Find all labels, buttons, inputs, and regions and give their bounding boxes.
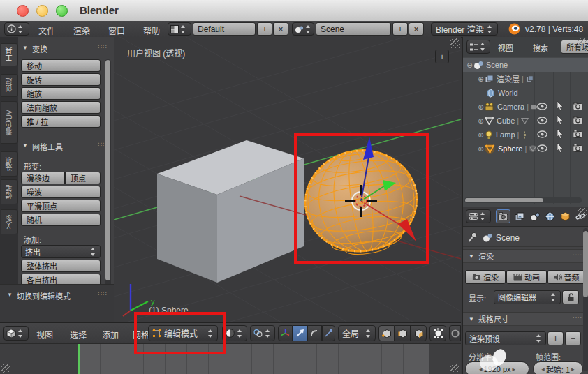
tab-create[interactable]: 创建 bbox=[1, 74, 18, 97]
switch-edit-mode-panel-header[interactable]: ▼ 切换到编辑模式 ∷∷ bbox=[7, 290, 108, 301]
titlebar[interactable]: Blender bbox=[0, 0, 588, 22]
extrude-region-button[interactable]: 整体挤出 bbox=[21, 260, 101, 272]
add-layout-button[interactable]: + bbox=[257, 22, 272, 36]
outliner-row-camera[interactable]: ⊕ Camera | bbox=[463, 100, 588, 114]
outliner-menu-search[interactable]: 搜索 bbox=[533, 42, 548, 53]
outliner-row-sphere[interactable]: ⊕ Sphere | bbox=[463, 142, 588, 156]
area-resize-corner[interactable] bbox=[578, 38, 587, 47]
render-toggle-camera-icon-camera[interactable] bbox=[573, 102, 583, 110]
editor-type-dropdown-info[interactable] bbox=[4, 22, 29, 36]
increment-arrow-icon[interactable]: ▸ bbox=[571, 366, 575, 373]
outliner-row-scene[interactable]: ⊖ Scene bbox=[463, 58, 588, 72]
delete-layout-button[interactable]: × bbox=[273, 22, 288, 36]
editor-type-dropdown-3dview[interactable] bbox=[3, 326, 29, 341]
expand-icon[interactable]: ⊕ bbox=[477, 75, 485, 83]
properties-region-toggle[interactable]: + bbox=[435, 50, 449, 63]
pivot-point-dropdown[interactable] bbox=[250, 325, 275, 341]
area-resize-corner[interactable] bbox=[450, 364, 459, 373]
panel-drag-dots-icon[interactable]: ∷∷ bbox=[98, 290, 108, 301]
hide-toggle-eye-icon-sphere[interactable] bbox=[537, 144, 547, 152]
tab-options[interactable]: 选项 bbox=[1, 151, 18, 177]
current-frame-playhead[interactable] bbox=[78, 344, 80, 374]
area-resize-corner[interactable] bbox=[450, 38, 460, 48]
mesh-tools-panel-header[interactable]: ▼ 网格工具 ∷∷ bbox=[22, 141, 108, 152]
outliner-horizontal-scrollbar[interactable] bbox=[464, 197, 582, 203]
timeline-strip[interactable] bbox=[0, 343, 461, 374]
hide-toggle-eye-icon-lamp[interactable] bbox=[537, 130, 547, 138]
editor-type-dropdown-properties[interactable] bbox=[466, 209, 491, 223]
render-audio-button[interactable]: 音频 bbox=[547, 270, 585, 284]
cube-object[interactable] bbox=[157, 140, 304, 283]
screen-layout-name-field[interactable]: Default bbox=[193, 22, 256, 36]
tab-tools[interactable]: 工具 bbox=[1, 43, 18, 66]
scene-icon-button[interactable] bbox=[292, 22, 314, 36]
area-resize-corner[interactable] bbox=[578, 208, 587, 218]
outliner-row-renderlayer[interactable]: ⊕ 渲染层 | bbox=[463, 72, 588, 86]
translate-manipulator-button[interactable] bbox=[293, 325, 307, 341]
tab-shading-uv[interactable]: 着色/UV bbox=[1, 101, 18, 144]
dimensions-section-header[interactable]: ▼ 规格尺寸 ∷∷ bbox=[463, 312, 588, 326]
add-menu[interactable]: 添加 bbox=[102, 329, 119, 341]
translate-button[interactable]: 移动 bbox=[21, 59, 101, 72]
properties-scrollbar[interactable] bbox=[583, 228, 588, 371]
editor-type-dropdown-outliner[interactable] bbox=[466, 40, 490, 54]
selectable-toggle-cursor-icon-sphere[interactable] bbox=[557, 143, 564, 153]
render-toggle-camera-icon-lamp[interactable] bbox=[573, 130, 583, 138]
render-toggle-camera-icon-sphere[interactable] bbox=[573, 144, 583, 152]
selectable-toggle-cursor-icon-camera[interactable] bbox=[557, 101, 564, 111]
noise-button[interactable]: 噪波 bbox=[21, 186, 101, 198]
render-animation-button[interactable]: 动画 bbox=[506, 270, 547, 284]
outliner-menu-view[interactable]: 视图 bbox=[498, 42, 513, 53]
hide-toggle-eye-icon-camera[interactable] bbox=[537, 103, 547, 110]
scrollbar-thumb[interactable] bbox=[105, 60, 110, 280]
decrement-arrow-icon[interactable]: ◂ bbox=[541, 366, 545, 373]
menu-file[interactable]: 文件 bbox=[38, 24, 55, 36]
rotate-manipulator-button[interactable] bbox=[307, 325, 322, 341]
expand-icon[interactable]: ⊕ bbox=[477, 131, 485, 139]
vertex-slide-button[interactable]: 顶点 bbox=[65, 172, 101, 184]
delete-scene-button[interactable]: × bbox=[409, 22, 424, 36]
shrink-fatten-button[interactable]: 法向缩放 bbox=[21, 101, 101, 114]
toolshelf-scrollbar[interactable] bbox=[105, 59, 111, 317]
minimize-window-button[interactable] bbox=[36, 5, 48, 17]
push-pull-button[interactable]: 推 / 拉 bbox=[21, 115, 101, 128]
tab-scene[interactable] bbox=[527, 209, 542, 223]
screen-layout-icon-button[interactable] bbox=[168, 22, 191, 36]
expand-icon[interactable]: ⊕ bbox=[477, 145, 485, 153]
render-still-button[interactable]: 渲染 bbox=[465, 270, 506, 284]
panel-drag-dots-icon[interactable]: ∷∷ bbox=[98, 43, 108, 54]
add-scene-button[interactable]: + bbox=[392, 22, 408, 36]
outliner-row-world[interactable]: World bbox=[463, 86, 588, 100]
rotate-button[interactable]: 旋转 bbox=[21, 73, 101, 86]
outliner-row-lamp[interactable]: ⊕ Lamp | bbox=[463, 128, 588, 142]
area-resize-corner[interactable] bbox=[1, 364, 10, 373]
scrollbar-thumb[interactable] bbox=[465, 198, 543, 202]
menu-render[interactable]: 渲染 bbox=[73, 24, 90, 36]
manipulator-enable-button[interactable] bbox=[278, 325, 293, 341]
smooth-vertex-button[interactable]: 平滑顶点 bbox=[21, 200, 101, 212]
tab-grease-pencil[interactable]: 蜡笔 bbox=[1, 179, 18, 204]
outliner-row-cube[interactable]: ⊕ Cube | bbox=[463, 114, 588, 128]
increment-arrow-icon[interactable]: ▸ bbox=[513, 366, 516, 373]
hide-toggle-eye-icon-cube[interactable] bbox=[537, 117, 547, 124]
maximize-window-button[interactable] bbox=[56, 5, 68, 17]
selectable-toggle-cursor-icon-lamp[interactable] bbox=[557, 129, 564, 139]
frame-start-field[interactable]: ◂ 起始: 1 ▸ bbox=[533, 361, 583, 374]
tab-object[interactable] bbox=[558, 209, 573, 223]
tab-render[interactable] bbox=[496, 209, 510, 223]
panel-drag-dots-icon[interactable]: ∷∷ bbox=[573, 253, 582, 260]
render-preset-dropdown[interactable]: 渲染预设 bbox=[465, 331, 546, 345]
add-preset-button[interactable]: + bbox=[547, 331, 564, 345]
randomize-button[interactable]: 随机 bbox=[21, 214, 101, 226]
collapse-icon[interactable]: ⊖ bbox=[466, 61, 473, 69]
tab-world[interactable] bbox=[543, 209, 557, 223]
selectable-toggle-cursor-icon-cube[interactable] bbox=[557, 115, 564, 125]
menu-window[interactable]: 窗口 bbox=[108, 24, 125, 36]
select-menu[interactable]: 选择 bbox=[70, 329, 87, 341]
edge-select-mode-button[interactable] bbox=[395, 325, 411, 341]
scrollbar-thumb[interactable] bbox=[583, 231, 588, 297]
pin-icon[interactable] bbox=[468, 232, 478, 243]
scale-manipulator-button[interactable] bbox=[322, 325, 335, 341]
render-section-header[interactable]: ▼ 渲染 ∷∷ bbox=[463, 249, 588, 263]
remove-preset-button[interactable]: − bbox=[565, 331, 581, 345]
